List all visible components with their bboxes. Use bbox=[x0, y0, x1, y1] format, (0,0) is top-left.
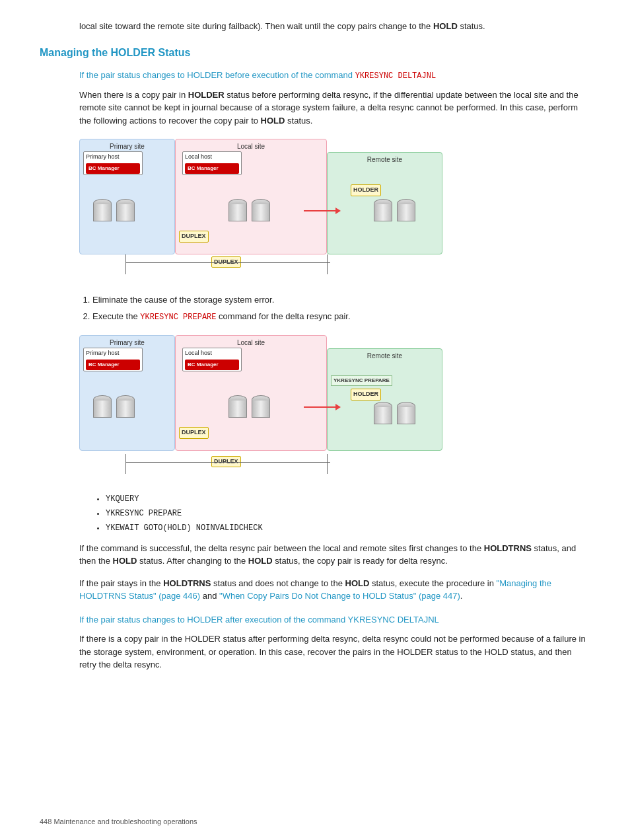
cylinder-primary-1b bbox=[93, 395, 112, 418]
ab2-link2[interactable]: "When Copy Pairs Do Not Change to HOLD S… bbox=[219, 591, 460, 601]
diagram-1-container: Primary site Primary host BC Manager bbox=[40, 139, 590, 282]
body1-bold2: HOLD bbox=[261, 116, 285, 126]
intro-paragraph: local site toward the remote site during… bbox=[40, 20, 590, 33]
subsection1-title-text: If the pair status changes to HOLDER bef… bbox=[79, 70, 355, 80]
cylinder-local-2 bbox=[252, 199, 270, 221]
body-paragraph-1: When there is a copy pair in HOLDER stat… bbox=[40, 89, 590, 128]
bullet-1: YKQUERY bbox=[106, 493, 590, 505]
bullet-list: YKQUERY YKRESYNC PREPARE YKEWAIT GOTO(HO… bbox=[40, 493, 590, 534]
cylinder-local-1 bbox=[228, 199, 247, 221]
primary-site-label-2: Primary site bbox=[80, 336, 174, 348]
diagram-2: Primary site Primary host BC Manager Loc… bbox=[79, 335, 456, 477]
primary-host-label: Primary host bbox=[86, 153, 140, 162]
cylinder-primary-2b bbox=[116, 395, 135, 418]
primary-site-label: Primary site bbox=[80, 139, 174, 151]
cylinder-remote-1 bbox=[374, 199, 392, 221]
local-host-box-2: Local host BC Manager bbox=[182, 348, 242, 371]
primary-bc-manager-2: BC Manager bbox=[86, 360, 140, 370]
primary-host-box-2: Primary host BC Manager bbox=[83, 348, 143, 371]
cylinder-local-1b bbox=[228, 395, 247, 418]
body1-bold1: HOLDER bbox=[188, 90, 225, 100]
cylinder-primary-2 bbox=[116, 199, 135, 221]
ab2-bold1: HOLDTRNS bbox=[163, 578, 211, 588]
local-site-box-2: Local site Local host BC Manager DUPLEX bbox=[175, 335, 327, 451]
local-bc-manager: BC Manager bbox=[185, 163, 239, 174]
step-2: Execute the YKRESYNC PREPARE command for… bbox=[92, 310, 590, 323]
cylinder-remote-2 bbox=[397, 199, 415, 221]
remote-site-label: Remote site bbox=[328, 153, 442, 165]
local-host-label: Local host bbox=[185, 153, 239, 162]
bottom-line-2 bbox=[125, 462, 330, 463]
local-site-box: Local site Local host BC Manager DUPLEX bbox=[175, 139, 327, 254]
primary-site-box: Primary site Primary host BC Manager bbox=[79, 139, 175, 254]
cylinder-remote-1b bbox=[374, 402, 392, 424]
ab1-bold1: HOLDTRNS bbox=[484, 543, 532, 553]
vert-line-left-2 bbox=[125, 454, 126, 474]
remote-site-label-2: Remote site bbox=[328, 349, 442, 361]
vert-line-right bbox=[327, 254, 328, 274]
ab2-mid2: status, execute the procedure in bbox=[369, 578, 496, 588]
vert-line-right-2 bbox=[327, 454, 328, 474]
ab1-bold3: HOLD bbox=[248, 556, 273, 566]
primary-bc-manager: BC Manager bbox=[86, 163, 140, 174]
after-bullets-2: If the pair stays in the HOLDTRNS status… bbox=[40, 577, 590, 603]
local-bc-manager-2: BC Manager bbox=[185, 360, 239, 370]
bullet-2: YKRESYNC PREPARE bbox=[106, 508, 590, 519]
vert-line-left bbox=[125, 254, 126, 274]
diagram-2-container: Primary site Primary host BC Manager Loc… bbox=[40, 335, 590, 481]
local-host-box: Local host BC Manager bbox=[182, 151, 242, 175]
ab1-mid2: status. After changing to the bbox=[137, 556, 248, 566]
body1-pre: When there is a copy pair in bbox=[79, 90, 188, 100]
ab2-bold2: HOLD bbox=[345, 578, 370, 588]
remote-site-box: Remote site HOLDER bbox=[327, 152, 442, 254]
ab2-and: and bbox=[200, 591, 219, 601]
duplex-label-2: DUPLEX bbox=[179, 427, 209, 439]
step-1-text: Eliminate the cause of the storage syste… bbox=[92, 295, 274, 305]
ab2-mid1: status and does not change to the bbox=[211, 578, 345, 588]
local-site-label: Local site bbox=[176, 139, 326, 151]
subsection1-command: YKRESYNC DELTAJNL bbox=[355, 71, 436, 81]
step-1: Eliminate the cause of the storage syste… bbox=[92, 293, 590, 307]
subsection2-body: If there is a copy pair in the HOLDER st… bbox=[40, 632, 590, 671]
subsection2-title: If the pair status changes to HOLDER aft… bbox=[40, 613, 590, 627]
body1-end: status. bbox=[285, 116, 312, 126]
intro-text: local site toward the remote site during… bbox=[79, 21, 433, 31]
local-host-label-2: Local host bbox=[185, 349, 239, 358]
primary-host-box: Primary host BC Manager bbox=[83, 151, 143, 175]
intro-text2: status. bbox=[458, 21, 485, 31]
step-2-command: YKRESYNC PREPARE bbox=[140, 313, 216, 322]
arrow-2 bbox=[304, 406, 337, 408]
bottom-line bbox=[125, 262, 330, 263]
step-2-post: command for the delta resync pair. bbox=[217, 311, 351, 321]
holder-label-2: HOLDER bbox=[351, 389, 381, 401]
ykresync-prepare-label: YKRESYNC PREPARE bbox=[331, 375, 392, 386]
remote-site-box-2: Remote site YKRESYNC PREPARE HOLDER bbox=[327, 348, 442, 451]
section-title: Managing the HOLDER Status bbox=[40, 45, 590, 61]
duplex-label-1: DUPLEX bbox=[179, 231, 209, 243]
local-site-label-2: Local site bbox=[176, 336, 326, 348]
cylinder-remote-2b bbox=[397, 402, 415, 424]
primary-host-label-2: Primary host bbox=[86, 349, 140, 358]
subsection1-title: If the pair status changes to HOLDER bef… bbox=[40, 69, 590, 82]
ab2-end: . bbox=[460, 591, 463, 601]
step-2-pre: Execute the bbox=[92, 311, 140, 321]
intro-bold: HOLD bbox=[433, 21, 458, 31]
page-footer: 448 Maintenance and troubleshooting oper… bbox=[40, 816, 197, 827]
arrow-1 bbox=[304, 210, 337, 211]
page: local site toward the remote site during… bbox=[0, 0, 630, 840]
ab1-end: status, the copy pair is ready for delta… bbox=[273, 556, 448, 566]
ab2-pre: If the pair stays in the bbox=[79, 578, 163, 588]
after-bullets-1: If the command is successful, the delta … bbox=[40, 542, 590, 568]
steps-list: Eliminate the cause of the storage syste… bbox=[40, 293, 590, 324]
cylinder-primary-1 bbox=[93, 199, 112, 221]
ab1-bold2: HOLD bbox=[113, 556, 137, 566]
cylinder-local-2b bbox=[252, 395, 270, 418]
primary-site-box-2: Primary site Primary host BC Manager bbox=[79, 335, 175, 451]
bullet-3: YKEWAIT GOTO(HOLD) NOINVALIDCHECK bbox=[106, 522, 590, 534]
diagram-1: Primary site Primary host BC Manager bbox=[79, 139, 456, 278]
ab1-pre: If the command is successful, the delta … bbox=[79, 543, 484, 553]
holder-label-1: HOLDER bbox=[351, 184, 381, 196]
